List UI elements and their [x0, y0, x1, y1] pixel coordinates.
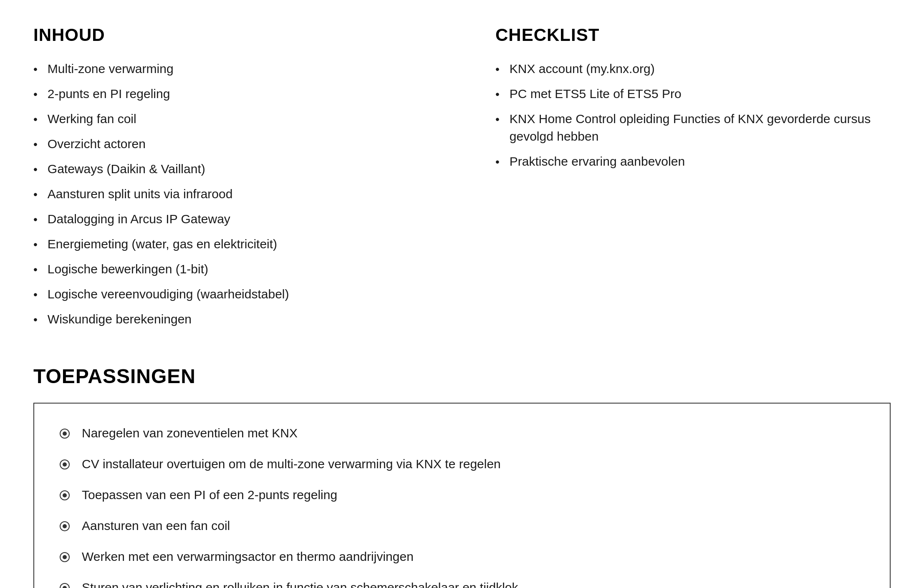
bullet-icon: •	[33, 136, 38, 152]
bullet-icon: •	[33, 286, 38, 303]
svg-point-11	[63, 586, 67, 588]
list-item: •Wiskundige berekeningen	[33, 310, 429, 328]
circle-bullet-icon	[59, 457, 70, 474]
svg-point-9	[63, 555, 67, 559]
circle-bullet-icon	[59, 519, 70, 536]
bullet-icon: •	[33, 86, 38, 102]
checklist-section: CHECKLIST •KNX account (my.knx.org)•PC m…	[462, 25, 891, 336]
list-item: •KNX account (my.knx.org)	[495, 60, 891, 78]
bullet-icon: •	[33, 186, 38, 202]
list-item: •Multi-zone verwarming	[33, 60, 429, 78]
bullet-icon: •	[33, 261, 38, 278]
svg-point-7	[63, 524, 67, 528]
circle-bullet-icon	[59, 580, 70, 588]
list-item: Aansturen van een fan coil	[59, 517, 865, 536]
circle-bullet-icon	[59, 488, 70, 505]
list-item: •Gateways (Daikin & Vaillant)	[33, 160, 429, 178]
list-item: Naregelen van zoneventielen met KNX	[59, 424, 865, 444]
inhoud-section: INHOUD •Multi-zone verwarming•2-punts en…	[33, 25, 462, 336]
list-item: Werken met een verwarmingsactor en therm…	[59, 548, 865, 567]
svg-point-1	[63, 432, 67, 436]
toepassingen-section: TOEPASSINGEN Naregelen van zoneventielen…	[33, 365, 891, 588]
checklist-title: CHECKLIST	[495, 25, 891, 45]
bullet-icon: •	[495, 111, 500, 127]
svg-point-3	[63, 462, 67, 467]
list-item: •Praktische ervaring aanbevolen	[495, 153, 891, 170]
circle-bullet-icon	[59, 550, 70, 567]
bullet-icon: •	[33, 61, 38, 77]
list-item: •Energiemeting (water, gas en elektricit…	[33, 235, 429, 253]
bullet-icon: •	[495, 61, 500, 77]
list-item: •Werking fan coil	[33, 110, 429, 128]
inhoud-list: •Multi-zone verwarming•2-punts en PI reg…	[33, 60, 429, 328]
list-item: Toepassen van een PI of een 2-punts rege…	[59, 486, 865, 505]
list-item: •2-punts en PI regeling	[33, 85, 429, 103]
inhoud-title: INHOUD	[33, 25, 429, 45]
bullet-icon: •	[33, 211, 38, 227]
list-item: •Aansturen split units via infrarood	[33, 185, 429, 203]
list-item: •Logische bewerkingen (1-bit)	[33, 260, 429, 278]
list-item: •Logische vereenvoudiging (waarheidstabe…	[33, 285, 429, 303]
list-item: Sturen van verlichting en rolluiken in f…	[59, 579, 865, 588]
svg-point-5	[63, 493, 67, 497]
list-item: CV installateur overtuigen om de multi-z…	[59, 455, 865, 474]
toepassingen-list: Naregelen van zoneventielen met KNX CV i…	[59, 424, 865, 588]
list-item: •PC met ETS5 Lite of ETS5 Pro	[495, 85, 891, 103]
bullet-icon: •	[33, 111, 38, 127]
checklist-list: •KNX account (my.knx.org)•PC met ETS5 Li…	[495, 60, 891, 170]
list-item: •Overzicht actoren	[33, 135, 429, 153]
bullet-icon: •	[33, 236, 38, 252]
toepassingen-title: TOEPASSINGEN	[33, 365, 891, 388]
circle-bullet-icon	[59, 426, 70, 444]
bullet-icon: •	[33, 161, 38, 177]
bullet-icon: •	[495, 86, 500, 102]
list-item: •KNX Home Control opleiding Functies of …	[495, 110, 891, 145]
bullet-icon: •	[495, 154, 500, 170]
list-item: •Datalogging in Arcus IP Gateway	[33, 210, 429, 228]
bullet-icon: •	[33, 311, 38, 328]
toepassingen-box: Naregelen van zoneventielen met KNX CV i…	[33, 403, 891, 588]
